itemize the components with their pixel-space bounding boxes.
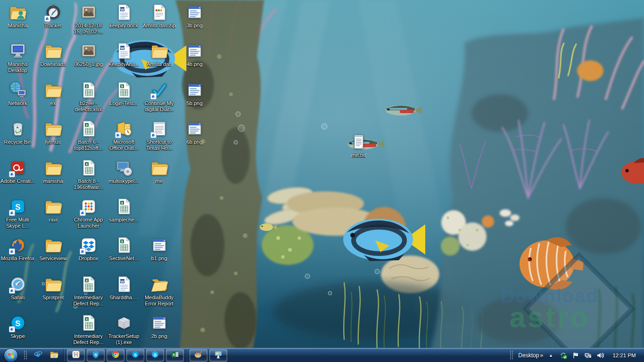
taskbar-button-shield-s-app[interactable]: S: [87, 349, 105, 362]
tray-network-status-icon[interactable]: [584, 351, 592, 360]
zip-icon: [149, 2, 170, 22]
skype-secondary-icon: S: [150, 349, 160, 362]
desktop-icon-manisha-desktop[interactable]: Manisha Desktop: [0, 41, 35, 74]
desktop-icon-label: b2zee - defects.xlsx: [71, 100, 106, 113]
start-button[interactable]: [4, 348, 18, 362]
desktop-icon-chrome-app-launcher[interactable]: Chrome App Launcher: [71, 197, 106, 229]
quicklaunch-windows-explorer[interactable]: [48, 350, 60, 361]
desktop-icon-free-multi-skype-l[interactable]: SFree Multi Skype L...: [0, 197, 35, 229]
taskbar-button-chrome-app-launcher[interactable]: [67, 349, 85, 362]
excel-icon: X: [114, 80, 134, 100]
desktop-toolbar-label[interactable]: Desktop: [518, 352, 539, 359]
desktop-icon-manisha[interactable]: manisha: [35, 158, 71, 184]
desktop-icon-label: Network: [8, 100, 27, 107]
svg-text:W: W: [120, 8, 124, 12]
quicklaunch-internet-explorer[interactable]: e: [32, 350, 44, 361]
taskbar: eSSSX Desktop»▲12:21 PM: [0, 348, 644, 362]
desktop-icon-recycle-bin[interactable]: Recycle Bin: [0, 119, 35, 145]
desktop-icon-sharddha[interactable]: WSharddha....: [106, 274, 141, 301]
desktop-icon-continue-my-digital-diar[interactable]: Continue My digital Diar...: [141, 80, 177, 113]
tray-sync-status-icon[interactable]: [559, 351, 568, 360]
shortcut-arrow-icon: [115, 132, 121, 138]
desktop-icon-2b-png[interactable]: 2b.png: [141, 313, 177, 339]
tray-action-center-icon[interactable]: [571, 351, 580, 360]
desktop-icon-dropbox[interactable]: Dropbox: [71, 235, 106, 262]
toolbar-drag-handle[interactable]: [24, 351, 28, 360]
desktop-icon-batch-8-196softwar[interactable]: XBatch 8 - 196softwar...: [71, 158, 106, 190]
taskbar-clock[interactable]: 12:21 PM: [611, 353, 637, 358]
desktop-icon-label: ravi: [49, 217, 58, 223]
desktop-icon-2014-12-18-15-05-02[interactable]: 2014-12-18 15_05_02-...: [71, 2, 106, 35]
desktop-icon-sampleche[interactable]: Xsampleche...: [106, 197, 141, 223]
tracker-icon: [43, 2, 64, 22]
desktop-icon-label: Amrita das: [147, 61, 172, 67]
desktop-icon-mediabuddy-error-report[interactable]: MediaBuddy Error Report: [141, 274, 177, 307]
desktop-icon-06250-1-jpg[interactable]: 06250_1.jpg: [71, 41, 106, 67]
png-icon: [184, 2, 205, 22]
desktop-icon-label: Login-Test...: [110, 100, 138, 107]
desktop-icon-trackersetup-1-exe[interactable]: TrackerSetup (1).exe: [106, 313, 141, 346]
taskbar-separator: [186, 349, 187, 362]
desktop-icon-label: Safari: [11, 295, 25, 301]
photo-icon: [78, 41, 99, 61]
svg-text:X: X: [85, 123, 88, 127]
desktop-icon-downloads[interactable]: Downloads: [35, 41, 71, 67]
svg-text:W: W: [120, 46, 124, 50]
desktop-icon-label: 2b.png: [151, 333, 167, 339]
desktop-icon-label: Adobe Creati...: [0, 178, 35, 184]
desktop-icon-5b-png[interactable]: 5b.png: [177, 80, 212, 107]
desktop-toolbar-chevron[interactable]: »: [540, 352, 543, 359]
desktop-icon-batch-6-top812soft[interactable]: XBatch 6 - top812soft...: [71, 119, 106, 151]
excel-icon: X: [78, 313, 99, 333]
desktop-icon-tracker[interactable]: Tracker: [35, 2, 71, 29]
desktop-icon-amrita-das[interactable]: Amrita das: [141, 41, 177, 67]
desktop-icon-lytmus[interactable]: lytmus: [35, 119, 71, 145]
firefox-icon: [8, 235, 28, 255]
desktop-icon-multiskypel[interactable]: multiskypel...: [106, 158, 141, 184]
taskbar-button-excel[interactable]: X: [166, 349, 184, 362]
desktop-icon-microsoft-office-outl[interactable]: Microsoft Office Outl...: [106, 119, 141, 151]
desktop-icon-skype[interactable]: SSkype: [0, 313, 35, 339]
svg-text:X: X: [85, 84, 88, 88]
desktop-icon-6b-png[interactable]: 6b.png: [177, 119, 212, 145]
desktop-icon-3b-png[interactable]: 3b.png: [177, 2, 212, 29]
desktop-icon-amrita-das-zip[interactable]: Amrita das.zip: [141, 2, 177, 29]
desktop-icon-intermediary-defect-rep[interactable]: XIntermediary Defect Rep...: [71, 313, 106, 346]
taskbar-button-skype[interactable]: S: [126, 349, 144, 362]
desktop-icon-label: keepity.docx: [109, 23, 138, 29]
desktop-icon-sectivenet[interactable]: XSectiveNet...: [106, 235, 141, 262]
desktop-icon-me[interactable]: me: [141, 158, 177, 184]
desktop-icon-4b-png[interactable]: 4b.png: [177, 41, 212, 67]
desktop-icon-ravi[interactable]: ravi: [35, 197, 71, 223]
taskbar-button-skype-secondary[interactable]: S: [146, 349, 164, 362]
desktop[interactable]: Download astro ManishaTracker2014-12-18 …: [0, 0, 644, 362]
desktop-icon-ex[interactable]: ex: [35, 80, 71, 107]
desktop-icon-label: Batch 8 - 196softwar...: [71, 178, 106, 190]
tray-drag-handle[interactable]: [510, 351, 514, 360]
desktop-icon-label: MediaBuddy Error Report: [142, 295, 177, 307]
taskbar-button-display-user-window[interactable]: [209, 349, 227, 362]
desktop-icon-safari[interactable]: Safari: [0, 274, 35, 301]
svg-text:W: W: [120, 279, 124, 283]
desktop-icon-mozilla-firefox[interactable]: Mozilla Firefox: [0, 235, 35, 262]
desktop-icon-b2zee-defects-xlsx[interactable]: Xb2zee - defects.xlsx: [71, 80, 106, 113]
desktop-icon-serviceview[interactable]: Serviceview: [35, 235, 71, 262]
desktop-icon-me-txt[interactable]: me.txt: [341, 132, 376, 158]
desktop-icon-keepity-docx[interactable]: Wkeepity.docx: [106, 2, 141, 29]
desktop-icon-keepityana[interactable]: WKeepityAna...: [106, 41, 141, 67]
desktop-icon-network[interactable]: Network: [0, 80, 35, 107]
desktop-icon-intermediary-defect-rep[interactable]: XIntermediary Defect Rep...: [71, 274, 106, 307]
taskbar-button-google-chrome[interactable]: [107, 349, 124, 362]
desktop-icon-b1-png[interactable]: b1.png: [141, 235, 177, 262]
desktop-icon-manisha[interactable]: Manisha: [0, 2, 35, 29]
desktop-icon-label: Intermediary Defect Rep...: [71, 295, 106, 307]
show-hidden-icons-button[interactable]: ▲: [549, 353, 553, 358]
taskbar-button-personalization-window[interactable]: [190, 349, 207, 362]
desktop-icon-sprotpret[interactable]: Sprotpret: [35, 274, 71, 301]
desktop-icon-login-test[interactable]: XLogin-Test...: [106, 80, 141, 107]
desktop-icon-label: 3b.png: [187, 23, 203, 29]
tray-volume-icon[interactable]: [596, 351, 604, 360]
desktop-icon-shortcut-to-texas-ho[interactable]: Shortcut to Texas Ho...: [141, 119, 177, 151]
desktop-icon-adobe-creati[interactable]: Adobe Creati...: [0, 158, 35, 184]
skype-icon: S: [130, 349, 140, 362]
